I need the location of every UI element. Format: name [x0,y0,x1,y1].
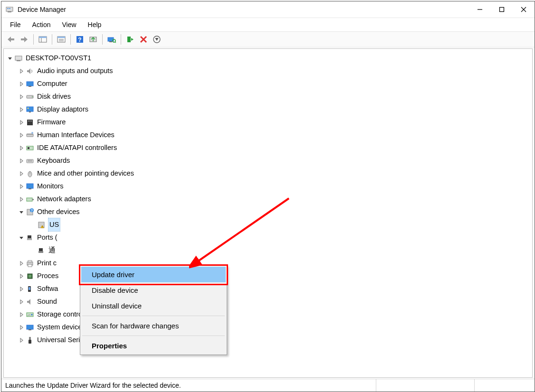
expand-arrow-icon[interactable] [18,337,25,344]
window-title: Device Manager [18,6,469,13]
tree-category[interactable]: Mice and other pointing devices [4,167,532,180]
enable-button[interactable] [124,34,136,45]
tree-category[interactable]: Keyboards [4,154,532,167]
tree-category[interactable]: ? Other devices [4,205,532,218]
tree-device[interactable]: 通 [4,244,532,257]
expand-arrow-icon[interactable] [18,145,25,151]
tree-category[interactable]: Display adaptors [4,103,532,116]
toolbar: ? [1,31,535,47]
tree-category[interactable]: Ports ( [4,231,532,244]
tree-category[interactable]: Monitors [4,180,532,193]
tree-category[interactable]: Audio inputs and outputs [4,65,532,77]
mouse-icon [26,169,34,178]
svg-rect-72 [29,287,30,290]
device-tree-pane[interactable]: DESKTOP-TO0VST1 Audio inputs and outputs… [3,48,533,378]
tree-category-label: Other devices [37,205,79,218]
svg-rect-59 [28,235,31,238]
context-menu-item-label: Disable device [92,286,138,294]
printer-icon [26,259,34,268]
show-hide-tree-button[interactable] [37,34,48,45]
tree-category-label: Softwa [37,282,58,295]
forward-button[interactable] [19,34,30,45]
expand-arrow-icon[interactable] [18,299,25,305]
svg-rect-75 [27,325,33,329]
app-icon [5,5,14,14]
tree-category-label: Network adapters [37,193,91,205]
collapse-arrow-icon[interactable] [18,209,25,215]
expand-arrow-icon[interactable] [18,119,25,126]
svg-rect-5 [500,8,504,12]
svg-rect-20 [109,41,112,42]
tree-category-label: Keyboards [37,154,70,167]
expand-arrow-icon[interactable] [18,132,25,139]
update-driver-button[interactable] [87,34,99,45]
expand-arrow-icon[interactable] [18,93,25,100]
collapse-arrow-icon[interactable] [18,234,25,241]
back-button[interactable] [5,34,17,45]
tree-category[interactable]: Firmware [4,116,532,129]
tree-device[interactable]: ! US [4,218,532,231]
svg-rect-77 [29,337,31,340]
properties-button[interactable] [56,34,67,45]
svg-rect-2 [7,8,9,9]
expand-arrow-icon[interactable] [18,106,25,113]
tree-category-label: IDE ATA/ATAPI controllers [37,141,117,154]
maximize-button[interactable] [491,1,513,18]
context-menu-item[interactable]: Uninstall device [81,298,226,314]
svg-rect-1 [8,11,11,12]
svg-rect-38 [29,121,30,121]
menu-action[interactable]: Action [28,20,56,29]
expand-arrow-icon[interactable] [18,183,25,190]
status-cell-2 [376,379,475,392]
expand-arrow-icon[interactable] [18,260,25,267]
tree-category[interactable]: IDE ATA/ATAPI controllers [4,141,532,154]
menu-help[interactable]: Help [83,20,106,29]
tree-root[interactable]: DESKTOP-TO0VST1 [4,52,532,65]
expand-arrow-icon[interactable] [18,311,25,318]
help-button[interactable]: ? [74,34,86,45]
expand-arrow-icon[interactable] [18,158,25,164]
tree-category-label: Display adaptors [37,103,88,116]
menu-bar: File Action View Help [1,18,535,31]
context-menu-item[interactable]: Scan for hardware changes [81,318,226,334]
svg-point-32 [32,96,33,97]
uninstall-button[interactable] [138,34,149,45]
close-button[interactable] [513,1,535,18]
disable-button[interactable] [151,34,162,45]
tree-device-label: US [48,218,60,231]
expand-arrow-icon[interactable] [18,286,25,292]
expand-arrow-icon[interactable] [18,81,25,87]
tree-category[interactable]: Disk drives [4,90,532,103]
expand-arrow-icon[interactable] [18,196,25,203]
context-menu-item[interactable]: Properties [81,338,226,354]
scan-hardware-button[interactable] [106,34,117,45]
expand-arrow-icon[interactable] [18,273,25,280]
tree-category[interactable]: Network adapters [4,193,532,205]
expand-arrow-icon[interactable] [18,170,25,177]
minimize-button[interactable] [469,1,491,18]
unknown-icon: ! [37,221,46,229]
computer-icon [14,54,23,63]
context-menu-item[interactable]: Disable device [81,282,226,298]
keyboard-icon [26,157,34,165]
svg-rect-30 [29,86,31,87]
tree-category[interactable]: Human Interface Devices [4,129,532,141]
context-menu-item[interactable]: Update driver [81,267,226,282]
svg-rect-27 [15,56,22,60]
status-cell-3 [475,379,535,392]
svg-line-22 [115,42,116,43]
expand-arrow-icon[interactable] [18,68,25,75]
expand-arrow-icon[interactable] [18,324,25,331]
tree-category[interactable]: Computer [4,77,532,90]
svg-rect-33 [27,107,33,112]
svg-rect-53 [32,199,34,200]
context-menu-separator [82,316,225,316]
computer-icon [26,80,34,88]
menu-file[interactable]: File [5,20,26,29]
svg-text:?: ? [31,209,33,212]
tree-category-label: Print c [37,257,57,270]
menu-view[interactable]: View [57,20,81,29]
expand-arrow-icon[interactable] [7,55,13,62]
tree-category-label: Monitors [37,180,64,193]
monitor-icon [26,182,34,191]
